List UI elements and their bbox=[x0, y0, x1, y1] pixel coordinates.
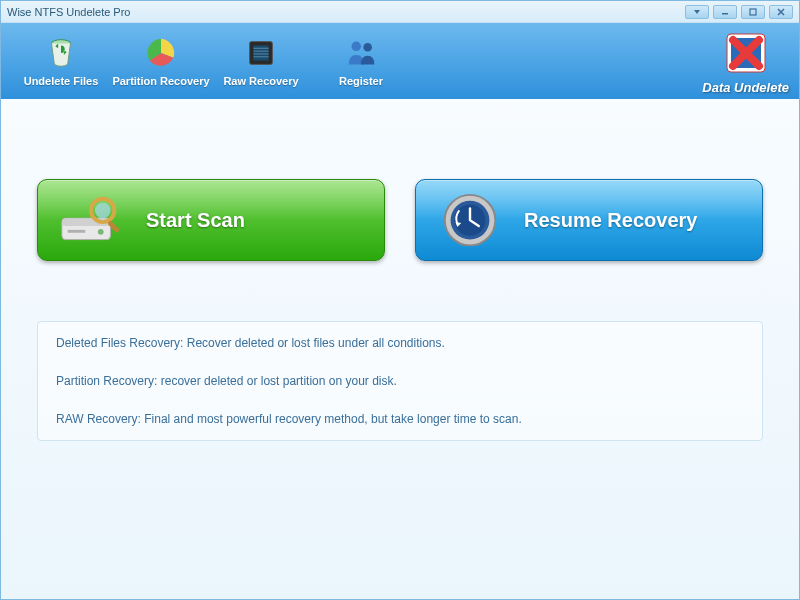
app-window: Wise NTFS Undelete Pro Undelete Files Pa… bbox=[0, 0, 800, 600]
window-title: Wise NTFS Undelete Pro bbox=[7, 6, 685, 18]
recycle-bin-icon bbox=[42, 34, 80, 72]
toolbar: Undelete Files Partition Recovery Raw Re… bbox=[1, 23, 799, 99]
info-deleted-files: Deleted Files Recovery: Recover deleted … bbox=[56, 336, 744, 350]
svg-point-15 bbox=[98, 229, 104, 235]
logo-icon bbox=[721, 28, 771, 78]
svg-rect-4 bbox=[253, 45, 268, 60]
toolbar-raw-recovery[interactable]: Raw Recovery bbox=[211, 34, 311, 88]
start-scan-button[interactable]: Start Scan bbox=[37, 179, 385, 261]
clock-restore-icon bbox=[436, 190, 504, 250]
toolbar-partition-recovery[interactable]: Partition Recovery bbox=[111, 34, 211, 88]
dropdown-button[interactable] bbox=[685, 5, 709, 19]
titlebar: Wise NTFS Undelete Pro bbox=[1, 1, 799, 23]
start-scan-label: Start Scan bbox=[146, 209, 364, 232]
minimize-button[interactable] bbox=[713, 5, 737, 19]
svg-point-10 bbox=[363, 43, 372, 52]
svg-point-9 bbox=[352, 42, 362, 52]
action-buttons: Start Scan Resume Recovery bbox=[37, 179, 763, 261]
info-raw-recovery: RAW Recovery: Final and most powerful re… bbox=[56, 412, 744, 426]
chip-icon bbox=[242, 34, 280, 72]
svg-rect-16 bbox=[68, 230, 85, 233]
toolbar-label: Register bbox=[339, 75, 383, 88]
toolbar-undelete-files[interactable]: Undelete Files bbox=[11, 34, 111, 88]
resume-recovery-button[interactable]: Resume Recovery bbox=[415, 179, 763, 261]
toolbar-label: Partition Recovery bbox=[112, 75, 209, 88]
maximize-button[interactable] bbox=[741, 5, 765, 19]
logo-text: Data Undelete bbox=[702, 80, 789, 95]
svg-point-18 bbox=[95, 203, 111, 219]
people-icon bbox=[342, 34, 380, 72]
svg-rect-0 bbox=[722, 13, 728, 15]
drive-search-icon bbox=[58, 190, 126, 250]
info-panel: Deleted Files Recovery: Recover deleted … bbox=[37, 321, 763, 441]
close-button[interactable] bbox=[769, 5, 793, 19]
app-logo: Data Undelete bbox=[702, 28, 789, 95]
toolbar-register[interactable]: Register bbox=[311, 34, 411, 88]
window-controls bbox=[685, 5, 793, 19]
main-content: Start Scan Resume Recovery Deleted Files… bbox=[1, 99, 799, 599]
info-partition-recovery: Partition Recovery: recover deleted or l… bbox=[56, 374, 744, 388]
toolbar-label: Undelete Files bbox=[24, 75, 99, 88]
toolbar-label: Raw Recovery bbox=[223, 75, 298, 88]
resume-recovery-label: Resume Recovery bbox=[524, 209, 742, 232]
svg-rect-1 bbox=[750, 9, 756, 15]
pie-chart-icon bbox=[142, 34, 180, 72]
